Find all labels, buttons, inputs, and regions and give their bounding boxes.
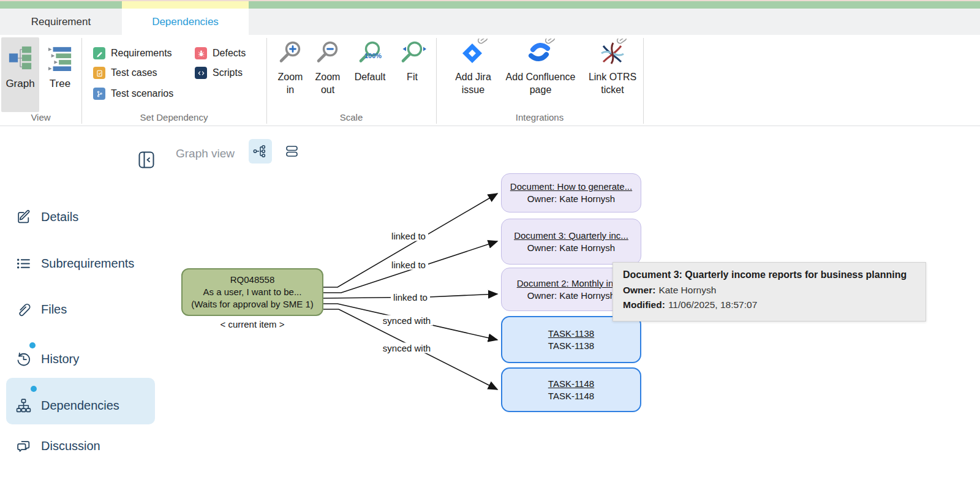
set-dependency-group-caption: Set Dependency	[81, 112, 266, 124]
current-requirement-node[interactable]: RQ048558 As a user, I want to be... (Wai…	[181, 268, 323, 316]
link-otrs-ticket-button[interactable]: Link OTRS ticket	[582, 39, 643, 96]
current-node-id: RQ048558	[230, 274, 275, 286]
set-dependency-test-cases-label: Test cases	[111, 67, 157, 78]
edge-label-synced-with-2: synced with	[380, 343, 433, 353]
tooltip-title: Document 3: Quarterly income reports for…	[623, 269, 916, 280]
graph-icon	[7, 45, 33, 72]
tree-view-button[interactable]: Tree	[41, 37, 79, 112]
tooltip-modified-label: Modified:	[623, 299, 665, 310]
document-node-1-link[interactable]: Document: How to generate...	[510, 181, 632, 193]
add-jira-issue-button[interactable]: Add Jira issue	[447, 39, 499, 96]
set-dependency-test-scenarios[interactable]: Test scenarios	[93, 86, 173, 101]
group-separator	[436, 38, 437, 124]
zoom-out-label: Zoom out	[313, 70, 342, 96]
test-scenario-branch-icon	[93, 88, 105, 100]
task-node-1138[interactable]: TASK-1138 TASK-1138	[501, 316, 641, 363]
task-node-1148-link[interactable]: TASK-1148	[548, 378, 594, 390]
graph-button-label: Graph	[6, 78, 34, 90]
add-confluence-page-label: Add Confluence page	[504, 70, 578, 96]
bug-icon	[195, 47, 207, 59]
ribbon: Graph Tree View Requirements Test cases	[0, 35, 980, 126]
set-dependency-requirements[interactable]: Requirements	[93, 46, 172, 61]
current-node-title: As a user, I want to be...	[203, 286, 302, 298]
add-confluence-page-button[interactable]: Add Confluence page	[502, 39, 579, 96]
tooltip-modified-value: 11/06/2025, 18:57:07	[668, 299, 757, 310]
set-dependency-scripts[interactable]: Scripts	[195, 66, 243, 80]
set-dependency-test-cases[interactable]: Test cases	[93, 66, 157, 80]
document-node-3-link[interactable]: Document 2: Monthly inc...	[517, 277, 626, 290]
add-jira-issue-label: Add Jira issue	[449, 70, 498, 96]
zoom-out-icon	[314, 40, 342, 68]
set-dependency-requirements-label: Requirements	[111, 48, 172, 59]
zoom-out-button[interactable]: Zoom out	[309, 40, 346, 96]
default-scale-button[interactable]: 100% Default	[348, 40, 392, 83]
set-dependency-scripts-label: Scripts	[213, 67, 243, 78]
tree-icon	[47, 45, 73, 72]
document-node-2-link[interactable]: Document 3: Quarterly inc...	[514, 230, 628, 242]
zoom-in-label: Zoom in	[276, 70, 305, 96]
edge-label-linked-to-1: linked to	[389, 231, 428, 241]
zoom-in-button[interactable]: Zoom in	[274, 40, 307, 96]
set-dependency-defects[interactable]: Defects	[195, 46, 246, 61]
default-scale-label: Default	[355, 70, 386, 83]
view-group-caption: View	[0, 112, 81, 124]
fit-scale-icon	[398, 40, 426, 68]
scale-group-caption: Scale	[266, 112, 436, 124]
group-separator	[81, 38, 82, 124]
document-node-2-owner: Owner: Kate Hornysh	[527, 242, 615, 254]
requirement-pencil-icon	[93, 47, 105, 59]
tree-button-label: Tree	[50, 78, 70, 90]
edge-label-synced-with-1: synced with	[380, 315, 433, 326]
tab-requirement[interactable]: Requirement	[0, 9, 122, 35]
app-accent-bar	[0, 1, 980, 9]
set-dependency-defects-label: Defects	[213, 48, 246, 59]
fit-scale-label: Fit	[407, 70, 418, 83]
confluence-icon	[527, 39, 555, 67]
task-node-1138-subtitle: TASK-1138	[548, 340, 594, 352]
tooltip-modified-row: Modified:11/06/2025, 18:57:07	[623, 299, 916, 310]
integrations-group-caption: Integrations	[436, 112, 643, 124]
node-hover-tooltip: Document 3: Quarterly income reports for…	[612, 262, 926, 321]
set-dependency-test-scenarios-label: Test scenarios	[111, 88, 173, 99]
current-node-status: (Waits for approval by SME 1)	[191, 298, 314, 310]
active-tab-accent	[122, 1, 249, 9]
group-separator	[643, 38, 644, 124]
graph-view-button[interactable]: Graph	[1, 37, 39, 112]
link-otrs-ticket-label: Link OTRS ticket	[584, 70, 642, 96]
code-icon	[195, 67, 207, 79]
document-node-2[interactable]: Document 3: Quarterly inc... Owner: Kate…	[501, 219, 641, 265]
current-item-caption: < current item >	[181, 319, 323, 329]
group-separator	[266, 38, 267, 124]
tab-dependencies[interactable]: Dependencies	[122, 9, 249, 35]
fit-scale-button[interactable]: Fit	[397, 40, 428, 83]
edge-label-linked-to-2: linked to	[389, 260, 428, 270]
document-node-3-owner: Owner: Kate Hornysh	[527, 290, 615, 302]
tooltip-owner-label: Owner:	[623, 285, 655, 295]
tooltip-owner-row: Owner:Kate Hornysh	[623, 285, 916, 296]
tooltip-owner-value: Kate Hornysh	[658, 285, 716, 295]
default-scale-badge: 100%	[364, 52, 382, 59]
test-case-clipboard-icon	[93, 67, 105, 79]
jira-icon	[459, 39, 488, 67]
ribbon-tab-bar: Requirement Dependencies	[0, 9, 980, 35]
task-node-1148[interactable]: TASK-1148 TASK-1148	[501, 367, 641, 412]
document-node-1[interactable]: Document: How to generate... Owner: Kate…	[501, 173, 641, 212]
document-node-1-owner: Owner: Kate Hornysh	[527, 193, 615, 205]
task-node-1148-subtitle: TASK-1148	[548, 390, 594, 402]
task-node-1138-link[interactable]: TASK-1138	[548, 328, 594, 340]
otrs-icon	[598, 39, 627, 67]
zoom-in-icon	[276, 40, 304, 68]
default-scale-icon: 100%	[356, 40, 384, 68]
edge-label-linked-to-3: linked to	[391, 292, 430, 303]
